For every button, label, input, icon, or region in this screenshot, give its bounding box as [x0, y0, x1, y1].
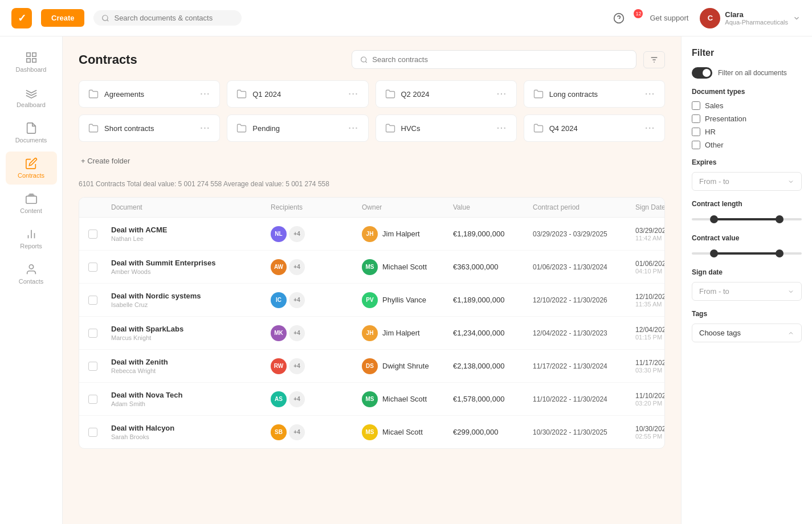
user-company: Aqua-Pharmaceuticals: [725, 19, 788, 26]
user-name: Clara: [725, 10, 788, 19]
contract-value-title: Contract value: [692, 234, 802, 242]
doc-name: Deal with Zenith: [111, 358, 271, 366]
table-row: Deal with Halcyon Sarah Brooks SB +4 MS …: [79, 416, 664, 448]
contracts-table: Document Recipients Owner Value Contract…: [79, 197, 665, 449]
table-row: Deal with Nordic systems Isabelle Cruz I…: [79, 284, 664, 317]
slider-thumb-left[interactable]: [710, 249, 718, 257]
logo-icon: ✓: [11, 8, 32, 28]
doc-type-presentation-label: Presentation: [705, 114, 746, 123]
file-icon: [25, 122, 38, 134]
folder-short-contracts[interactable]: Short contracts ···: [79, 114, 220, 142]
create-button[interactable]: Create: [41, 9, 84, 27]
contract-length-slider[interactable]: [692, 214, 802, 225]
expires-title: Expires: [692, 158, 802, 166]
folders-grid: Agreements ··· Q1 2024 ··· Q2 2024 ···: [79, 80, 665, 142]
row-period-cell: 01/06/2023 - 11/30/2024: [533, 263, 635, 271]
folder-menu-button[interactable]: ···: [349, 124, 359, 133]
folder-menu-button[interactable]: ···: [497, 124, 507, 133]
doc-type-sales-checkbox[interactable]: [692, 101, 700, 110]
row-checkbox[interactable]: [88, 329, 97, 338]
doc-type-hr[interactable]: HR: [692, 128, 802, 136]
main-content: Contracts Agreements ···: [63, 36, 681, 524]
doc-sub: Nathan Lee: [111, 235, 271, 242]
tags-dropdown[interactable]: Choose tags: [692, 324, 802, 342]
doc-type-presentation[interactable]: Presentation: [692, 114, 802, 123]
sidebar-item-content[interactable]: Content: [6, 187, 57, 220]
row-period-cell: 10/30/2022 - 11/30/2025: [533, 428, 635, 436]
row-period-cell: 11/10/2022 - 11/30/2024: [533, 395, 635, 403]
sidebar-item-documents[interactable]: Documents: [6, 116, 57, 149]
owner-name: Michael Scott: [382, 395, 427, 403]
search-icon: [101, 14, 109, 22]
slider-thumb-left[interactable]: [710, 215, 718, 223]
row-doc-cell: Deal with Halcyon Sarah Brooks: [111, 424, 271, 440]
doc-type-list: Sales Presentation HR Other: [692, 101, 802, 149]
owner-name: Jim Halpert: [382, 230, 420, 238]
support-icon: [613, 13, 625, 24]
owner-avatar: MS: [362, 424, 378, 440]
row-checkbox[interactable]: [88, 230, 97, 239]
folder-q2-2024[interactable]: Q2 2024 ···: [376, 80, 517, 108]
filter-toggle-row: Filter on all documents: [692, 67, 802, 79]
filter-all-docs-toggle[interactable]: [692, 67, 712, 79]
row-checkbox[interactable]: [88, 362, 97, 371]
slider-thumb-right[interactable]: [776, 215, 784, 223]
folder-menu-button[interactable]: ···: [497, 89, 507, 99]
create-folder-button[interactable]: + Create folder: [79, 153, 665, 169]
sidebar-label-contracts: Contracts: [18, 172, 44, 179]
sidebar-item-contracts[interactable]: Contracts: [6, 152, 57, 185]
contracts-search-input[interactable]: [372, 55, 628, 64]
recipient-avatar: SB: [271, 424, 287, 440]
user-menu[interactable]: C Clara Aqua-Pharmaceuticals: [700, 8, 801, 28]
filter-toggle-button[interactable]: [643, 51, 665, 68]
folder-menu-button[interactable]: ···: [201, 124, 211, 133]
folder-q1-2024[interactable]: Q1 2024 ···: [227, 80, 368, 108]
row-checkbox[interactable]: [88, 263, 97, 272]
expires-dropdown[interactable]: From - to: [692, 172, 802, 191]
row-checkbox[interactable]: [88, 296, 97, 305]
doc-type-other-checkbox[interactable]: [692, 141, 700, 149]
folder-icon: [533, 123, 544, 133]
sign-date-dropdown[interactable]: From - to: [692, 282, 802, 301]
row-sign-date-cell: 10/30/2022 02:55 PM: [635, 425, 665, 440]
recipients-plus-badge: +4: [289, 424, 305, 440]
folder-menu-button[interactable]: ···: [645, 124, 655, 133]
sign-date-date: 03/29/2023: [635, 227, 665, 235]
sidebar-item-contacts[interactable]: Contacts: [6, 257, 57, 290]
folder-long-contracts[interactable]: Long contracts ···: [524, 80, 665, 108]
doc-type-presentation-checkbox[interactable]: [692, 114, 700, 123]
row-checkbox[interactable]: [88, 428, 97, 437]
person-icon: [25, 263, 38, 276]
folder-menu-button[interactable]: ···: [349, 89, 359, 99]
folder-name: HVCs: [401, 124, 421, 133]
sidebar-item-reports[interactable]: Reports: [6, 222, 57, 255]
sidebar: Dashboard Dealboard Documents Contracts …: [0, 36, 63, 524]
doc-type-sales[interactable]: Sales: [692, 101, 802, 110]
sidebar-item-dealboard[interactable]: Dealboard: [6, 81, 57, 114]
sign-date-time: 04:10 PM: [635, 268, 665, 275]
row-checkbox[interactable]: [88, 395, 97, 404]
folder-name: Q4 2024: [549, 124, 578, 133]
contract-value-slider[interactable]: [692, 248, 802, 259]
doc-type-hr-checkbox[interactable]: [692, 128, 700, 136]
global-search-input[interactable]: [114, 14, 228, 22]
owner-name: Dwight Shrute: [382, 362, 429, 370]
folder-q4-2024[interactable]: Q4 2024 ···: [524, 114, 665, 142]
doc-type-other[interactable]: Other: [692, 141, 802, 149]
folder-agreements[interactable]: Agreements ···: [79, 80, 220, 108]
sidebar-item-dashboard[interactable]: Dashboard: [6, 46, 57, 79]
support-button[interactable]: 12 Get support: [613, 13, 688, 24]
folder-hvcs[interactable]: HVCs ···: [376, 114, 517, 142]
svg-point-12: [361, 56, 366, 62]
sign-date-section: Sign date From - to: [692, 268, 802, 301]
folder-pending[interactable]: Pending ···: [227, 114, 368, 142]
sidebar-label-documents: Documents: [15, 137, 47, 144]
owner-avatar: PV: [362, 292, 378, 308]
row-owner-cell: MS Michael Scott: [362, 391, 453, 407]
row-period-cell: 12/10/2022 - 11/30/2026: [533, 296, 635, 304]
row-doc-cell: Deal with SparkLabs Marcus Knight: [111, 325, 271, 341]
folder-menu-button[interactable]: ···: [645, 89, 655, 99]
folder-menu-button[interactable]: ···: [201, 89, 211, 99]
owner-avatar: MS: [362, 391, 378, 407]
slider-thumb-right[interactable]: [776, 249, 784, 257]
